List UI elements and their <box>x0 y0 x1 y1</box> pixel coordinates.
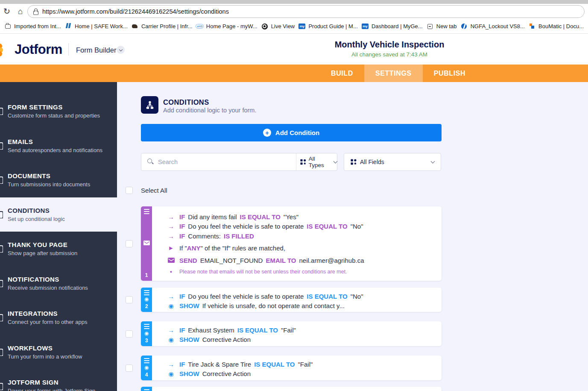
sidebar-item-form-settings[interactable]: FORM SETTINGSCustomize form status and p… <box>0 94 117 129</box>
condition-checkbox[interactable] <box>126 330 133 338</box>
app-header: Jotform Form Builder Monthly Vehicle Ins… <box>0 34 588 65</box>
my-icon: my <box>298 23 305 30</box>
condition-color-bar[interactable]: ◉4 <box>141 356 152 380</box>
rule-text: Tire Jack & Spare Tire <box>188 361 251 368</box>
condition-color-bar[interactable]: ◉3 <box>141 321 152 346</box>
drag-handle-icon[interactable] <box>144 358 149 363</box>
rule-text: IS EQUAL TO <box>307 223 347 230</box>
sidebar-item-documents[interactable]: DOCUMENTSTurn submissions into documents <box>0 163 117 197</box>
rule-text: IF <box>179 293 185 300</box>
sidebar-item-integrations[interactable]: INTEGRATIONSConnect your form to other a… <box>0 300 117 335</box>
rule-text: IF <box>179 361 185 368</box>
gear-icon <box>0 107 3 115</box>
condition-color-bar[interactable]: ◉2 <box>141 288 152 312</box>
eye-icon: ◉ <box>167 303 175 309</box>
condition-rule: →IFComments:IS FILLED <box>167 231 442 241</box>
condition-checkbox[interactable] <box>126 296 133 303</box>
sidebar-item-title: NOTIFICATIONS <box>8 276 88 283</box>
condition-rule: →IFDo you feel the vehicle is safe to op… <box>167 291 442 301</box>
rule-text: IS EQUAL TO <box>254 361 295 368</box>
sidebar-item-thank-you-page[interactable]: THANK YOU PAGEShow page after submission <box>0 232 117 266</box>
sidebar-item-title: WORKFLOWS <box>8 344 82 352</box>
form-builder-menu[interactable]: Form Builder <box>76 46 116 54</box>
condition-card[interactable]: ◉3→IFExhaust SystemIS EQUAL TO"Fail"◉SHO… <box>141 321 442 346</box>
mail-icon <box>167 258 175 263</box>
sidebar-item-subtitle: Connect your form to other apps <box>8 319 87 325</box>
tab-build[interactable]: BUILD <box>320 65 364 82</box>
home-icon[interactable]: ⌂ <box>18 6 23 17</box>
safework-icon <box>65 23 72 30</box>
sidebar-item-subtitle: Send autoresponders and notifications <box>8 147 102 153</box>
sidebar-item-subtitle: Customize form status and properties <box>8 112 100 119</box>
sidebar-item-jotform-sign[interactable]: JOTFORM SIGNPower your forms with Jotfor… <box>0 369 117 391</box>
divider <box>68 43 69 56</box>
rule-text: SHOW <box>179 302 199 309</box>
bookmark-item[interactable]: BouMatic | Docu... <box>529 23 584 30</box>
bookmark-item[interactable]: myDashboard | MyGe... <box>362 23 423 30</box>
condition-color-bar[interactable] <box>141 387 152 391</box>
bookmark-item[interactable]: webHome Page - myW... <box>196 23 257 30</box>
drag-handle-icon[interactable] <box>144 389 149 391</box>
bookmark-label: Product Guide | M... <box>308 23 357 29</box>
condition-color-bar[interactable]: 1 <box>141 206 152 281</box>
form-title[interactable]: Monthly Vehicle Inspection <box>335 40 445 50</box>
condition-rule: →IFDid any items failIS EQUAL TO"Yes" <box>167 212 442 222</box>
bookmark-item[interactable]: myProduct Guide | M... <box>298 23 357 30</box>
condition-rule: →IFExhaust SystemIS EQUAL TO"Fail" <box>167 325 442 335</box>
camera-icon <box>261 23 268 30</box>
bookmark-label: Imported from Int... <box>14 23 61 29</box>
mail-icon <box>0 142 3 150</box>
drag-handle-icon[interactable] <box>144 324 149 329</box>
rule-text: SEND <box>179 257 197 264</box>
bookmark-label: NGFA_Lockout VS8... <box>471 23 525 29</box>
rule-text: IS EQUAL TO <box>237 326 278 334</box>
arrow-right-icon: → <box>167 293 175 300</box>
drag-handle-icon[interactable] <box>144 209 149 214</box>
rule-text: If vehicle is unsafe, do not operate and… <box>202 302 345 309</box>
document-icon <box>0 176 3 184</box>
window-edge <box>0 0 588 4</box>
folder-icon <box>4 23 11 30</box>
condition-card[interactable]: ◉4→IFTire Jack & Spare TireIS EQUAL TO"F… <box>141 356 442 380</box>
condition-checkbox[interactable] <box>126 240 133 247</box>
condition-checkbox[interactable] <box>126 365 133 372</box>
sidebar-item-title: FORM SETTINGS <box>8 103 100 111</box>
bookmark-item[interactable]: Imported from Int... <box>4 23 61 30</box>
bookmark-item[interactable]: Home | SAFE Work... <box>65 23 128 30</box>
condition-card[interactable] <box>141 387 442 391</box>
drag-handle-icon[interactable] <box>144 290 149 295</box>
rule-text: "Yes" <box>284 213 298 220</box>
bookmark-item[interactable]: Live View <box>261 23 295 30</box>
bookmark-item[interactable]: NGFA_Lockout VS8... <box>461 23 525 30</box>
rule-text: SHOW <box>179 370 199 377</box>
rule-text: "Fail" <box>298 361 313 368</box>
tab-settings[interactable]: SETTINGS <box>364 65 423 82</box>
sidebar-item-title: JOTFORM SIGN <box>8 379 95 386</box>
jotform-logo[interactable]: Jotform <box>15 42 62 57</box>
sidebar-item-conditions[interactable]: CONDITIONSSet up conditional logic <box>0 197 117 232</box>
bookmark-label: New tab <box>436 23 457 29</box>
jotform-logo-icon <box>0 44 3 56</box>
sidebar-item-notifications[interactable]: NOTIFICATIONSReceive submission notifica… <box>0 266 117 301</box>
condition-number: 1 <box>145 272 148 278</box>
bookmark-label: Live View <box>271 23 295 29</box>
mail-icon <box>143 241 150 245</box>
bookmark-item[interactable]: New tab <box>427 23 457 30</box>
reload-icon[interactable]: ↻ <box>3 6 10 17</box>
condition-card[interactable]: ◉2→IFDo you feel the vehicle is safe to … <box>141 288 442 312</box>
condition-number: 4 <box>145 372 148 378</box>
chevron-down-icon[interactable] <box>117 46 125 54</box>
sidebar-item-title: CONDITIONS <box>8 207 65 214</box>
rule-text: ANY <box>187 244 201 252</box>
sidebar-item-emails[interactable]: EMAILSSend autoresponders and notificati… <box>0 129 117 163</box>
bookmark-item[interactable]: Carrier Profile | Infr... <box>132 23 193 30</box>
rule-text: "Fail" <box>281 326 296 334</box>
rule-text: Did any items fail <box>188 213 237 220</box>
sidebar-item-subtitle: Set up conditional logic <box>8 216 65 222</box>
sidebar-item-workflows[interactable]: WORKFLOWSTurn your form into a workflow <box>0 335 117 370</box>
tab-publish[interactable]: PUBLISH <box>423 65 477 82</box>
rule-text: IF <box>179 223 185 230</box>
sidebar-item-title: DOCUMENTS <box>8 172 90 179</box>
condition-card[interactable]: 1→IFDid any items failIS EQUAL TO"Yes"→I… <box>141 206 442 281</box>
address-bar[interactable]: https://www.jotform.com/build/2126244691… <box>27 5 585 18</box>
